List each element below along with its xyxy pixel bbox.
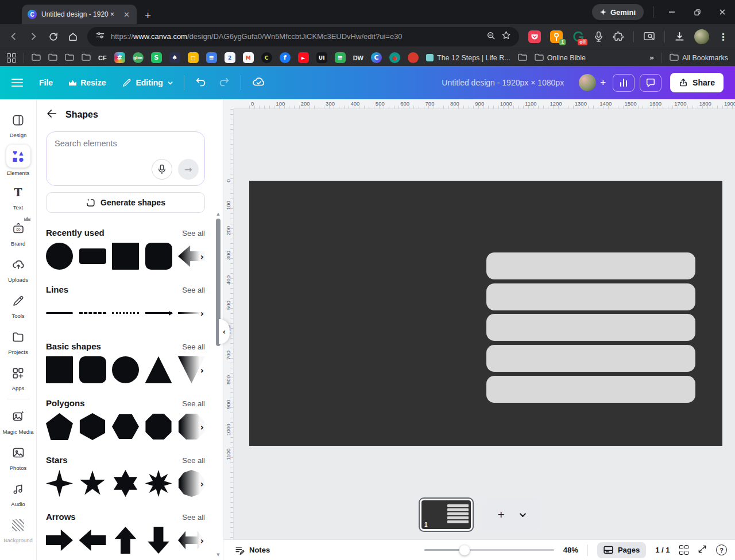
reload-icon[interactable] xyxy=(48,32,59,42)
bookmark-folder-2[interactable] xyxy=(48,53,57,63)
back-button[interactable] xyxy=(46,108,57,122)
undo-button[interactable] xyxy=(195,75,207,90)
sidebar-item-design[interactable]: Design xyxy=(0,106,36,142)
page-thumbnail[interactable]: 1 xyxy=(419,497,474,532)
shape-star4[interactable]: › xyxy=(46,470,73,497)
shape-triangle-down[interactable]: › xyxy=(178,356,205,383)
shape-hexagon[interactable]: › xyxy=(79,413,106,440)
sidebar-item-photos[interactable]: Photos xyxy=(0,439,36,475)
resize-menu[interactable]: Resize xyxy=(69,78,106,87)
bookmark-cf[interactable]: CF xyxy=(98,55,107,61)
search-input[interactable] xyxy=(47,132,204,162)
site-permissions-icon[interactable] xyxy=(95,30,105,42)
shape-arrow-down[interactable]: › xyxy=(145,527,172,554)
grid-view-icon[interactable] xyxy=(679,545,689,555)
chevron-right-icon[interactable]: › xyxy=(200,364,204,375)
bookmark-folder-3[interactable] xyxy=(65,53,74,63)
home-icon[interactable] xyxy=(68,32,78,42)
sidebar-item-background[interactable]: Background xyxy=(0,511,36,547)
shape-star8[interactable]: › xyxy=(145,470,172,497)
add-page-button[interactable]: + xyxy=(498,508,505,522)
search-submit-button[interactable]: → xyxy=(178,159,199,180)
tab-close-icon[interactable]: ✕ xyxy=(121,9,132,20)
sidebar-item-projects[interactable]: Projects xyxy=(0,323,36,359)
shape-arrow-right[interactable]: › xyxy=(46,527,73,554)
invite-plus-icon[interactable]: + xyxy=(600,77,606,88)
bookmark-calendar[interactable]: 2 xyxy=(225,52,235,63)
sidebar-item-audio[interactable]: Audio xyxy=(0,475,36,511)
chevron-right-icon[interactable]: › xyxy=(200,308,204,318)
bookmark-star-icon[interactable] xyxy=(501,30,511,42)
url-bar[interactable]: https://www.canva.com/design/DAG6ygGufa0… xyxy=(87,27,519,46)
shape-hexagon-flat[interactable]: › xyxy=(112,413,139,440)
canvas-shape-bar[interactable] xyxy=(486,376,695,403)
comments-button[interactable] xyxy=(640,74,662,92)
microphone-icon[interactable] xyxy=(594,31,604,42)
shape-star6[interactable]: › xyxy=(112,470,139,497)
shape-circle[interactable]: › xyxy=(112,356,139,383)
browser-menu-icon[interactable]: ⋮ xyxy=(718,31,728,42)
shape-line-solid[interactable]: › xyxy=(46,300,73,326)
canvas-workspace[interactable]: 0100200300400500600700800900100011001200… xyxy=(223,99,735,539)
sidebar-item-text[interactable]: TText xyxy=(0,178,36,215)
bookmark-docs[interactable]: ≡ xyxy=(206,52,217,63)
see-all-link[interactable]: See all xyxy=(182,399,205,408)
bookmark-slack[interactable]: # xyxy=(114,52,125,63)
bookmark-facebook[interactable]: f xyxy=(280,52,291,63)
editing-mode-menu[interactable]: Editing xyxy=(122,78,173,88)
design-artboard[interactable] xyxy=(249,181,722,446)
forward-icon[interactable] xyxy=(28,31,39,42)
canvas-shape-bar[interactable] xyxy=(486,345,695,372)
bookmark-online-bible[interactable]: Online Bible xyxy=(535,53,586,63)
all-bookmarks[interactable]: All Bookmarks xyxy=(670,53,728,63)
bookmark-list[interactable]: ≡ xyxy=(335,52,346,63)
voice-search-button[interactable] xyxy=(152,159,172,180)
insights-button[interactable] xyxy=(613,74,635,92)
extensions-puzzle-icon[interactable] xyxy=(613,31,624,42)
shape-square[interactable]: › xyxy=(46,356,73,383)
grammarly-extension-icon[interactable]: off xyxy=(572,30,585,43)
shape-arrow-left[interactable]: › xyxy=(178,243,205,270)
bookmark-folder-5[interactable] xyxy=(518,53,527,63)
shape-arrow-up[interactable]: › xyxy=(112,527,139,554)
save-status-cloud-icon[interactable] xyxy=(252,75,266,90)
shape-square[interactable]: › xyxy=(112,243,139,270)
bookmark-youtube[interactable]: ► xyxy=(298,52,309,63)
file-menu[interactable]: File xyxy=(39,78,53,87)
shape-square-rounded[interactable]: › xyxy=(79,356,106,383)
shape-line-dotted[interactable]: › xyxy=(112,300,139,326)
sidebar-item-brand[interactable]: coBrand xyxy=(0,215,36,251)
bookmarks-overflow-chevron[interactable]: » xyxy=(649,53,654,62)
notes-button[interactable]: Notes xyxy=(235,545,270,555)
pages-button[interactable]: Pages xyxy=(597,542,646,558)
bookmark-ui[interactable]: UI xyxy=(316,52,327,63)
orange-extension-icon[interactable]: 1 xyxy=(550,30,563,43)
bookmark-dw[interactable]: DW xyxy=(353,55,363,61)
main-menu-icon[interactable] xyxy=(11,79,23,87)
canvas-shape-bar[interactable] xyxy=(486,314,695,341)
bookmark-rc[interactable]: C xyxy=(261,52,272,63)
shape-octagon[interactable]: › xyxy=(145,413,172,440)
bookmark-keep[interactable]: □ xyxy=(188,52,199,63)
shape-circle[interactable]: › xyxy=(46,243,73,270)
shape-triangle[interactable]: › xyxy=(145,356,172,383)
sidebar-item-tools[interactable]: Tools xyxy=(0,287,36,323)
see-all-link[interactable]: See all xyxy=(182,229,205,238)
shape-line-arrow[interactable]: › xyxy=(178,300,205,326)
reading-mode-icon[interactable] xyxy=(643,31,655,42)
shape-star-round[interactable]: › xyxy=(178,470,205,497)
chevron-right-icon[interactable]: › xyxy=(200,535,204,546)
apps-grid-icon[interactable] xyxy=(7,53,16,63)
scroll-up-icon[interactable]: ▲ xyxy=(215,212,221,216)
redo-button[interactable] xyxy=(218,75,230,90)
zoom-slider-thumb[interactable] xyxy=(459,545,470,555)
bookmark-canva[interactable]: C xyxy=(371,52,382,63)
sidebar-item-magic-media[interactable]: Magic Media xyxy=(0,403,36,439)
see-all-link[interactable]: See all xyxy=(182,513,205,522)
scroll-down-icon[interactable]: ▼ xyxy=(215,553,221,557)
zoom-percent[interactable]: 48% xyxy=(563,546,578,554)
fullscreen-icon[interactable] xyxy=(698,545,707,556)
shape-pentagon[interactable]: › xyxy=(46,413,73,440)
shape-square-rounded[interactable]: › xyxy=(145,243,172,270)
shape-rect-wide[interactable]: › xyxy=(79,243,106,270)
